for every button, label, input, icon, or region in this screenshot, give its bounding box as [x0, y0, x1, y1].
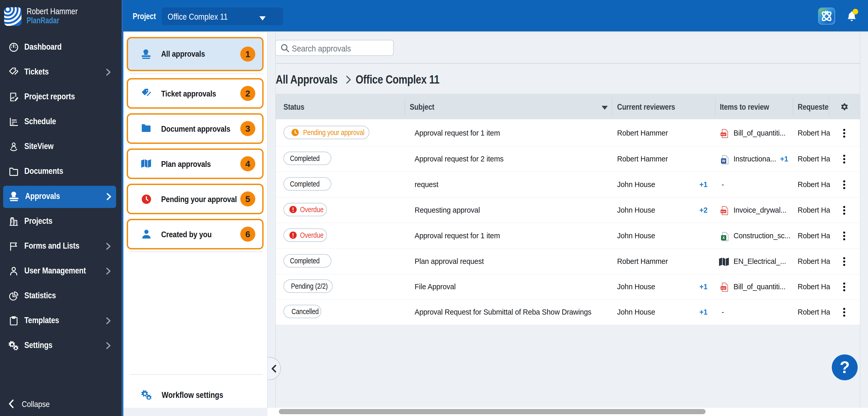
svg-text:X: X: [722, 236, 725, 240]
svg-text:PDF: PDF: [721, 210, 726, 213]
svg-text:PDF: PDF: [721, 287, 726, 290]
svg-text:W: W: [722, 159, 725, 163]
svg-text:PDF: PDF: [721, 133, 726, 136]
